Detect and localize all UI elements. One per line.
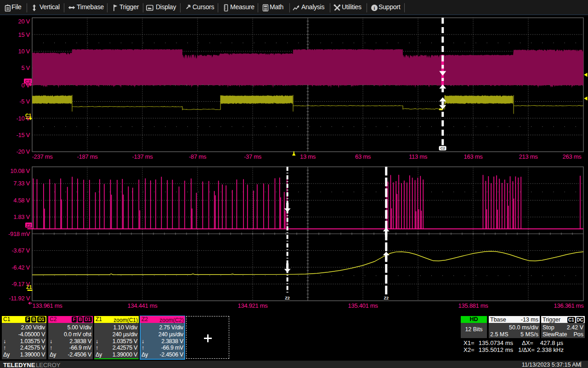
svg-text:163 ms: 163 ms bbox=[464, 153, 483, 160]
svg-text:135.881 ms: 135.881 ms bbox=[458, 302, 489, 309]
svg-text:263 ms: 263 ms bbox=[563, 153, 582, 160]
svg-text:133.961 ms: 133.961 ms bbox=[33, 302, 63, 309]
svg-text:i: i bbox=[374, 6, 375, 11]
svg-text:13 ms: 13 ms bbox=[300, 153, 316, 160]
svg-text:15 V: 15 V bbox=[18, 31, 30, 38]
svg-text:-10 V: -10 V bbox=[16, 115, 30, 122]
svg-text:-918 mV: -918 mV bbox=[8, 230, 30, 237]
svg-text:213 ms: 213 ms bbox=[519, 153, 538, 160]
svg-text:5 V: 5 V bbox=[21, 64, 30, 71]
svg-text:0 V: 0 V bbox=[21, 82, 30, 89]
svg-text:134.441 ms: 134.441 ms bbox=[128, 302, 158, 309]
svg-text:113 ms: 113 ms bbox=[409, 153, 428, 160]
svg-text:-6.42 V: -6.42 V bbox=[11, 264, 30, 271]
svg-text:Z2: Z2 bbox=[285, 296, 290, 300]
svg-text:10 V: 10 V bbox=[18, 48, 30, 55]
svg-text:135.401 ms: 135.401 ms bbox=[348, 302, 379, 309]
svg-text:-87 ms: -87 ms bbox=[189, 153, 207, 160]
svg-text:-187 ms: -187 ms bbox=[77, 153, 98, 160]
svg-text:-137 ms: -137 ms bbox=[132, 153, 153, 160]
svg-text:-15 V: -15 V bbox=[16, 132, 30, 138]
svg-text:10.08 V: 10.08 V bbox=[10, 167, 30, 174]
svg-text:63 ms: 63 ms bbox=[355, 153, 371, 160]
svg-text:Z2: Z2 bbox=[384, 296, 389, 300]
svg-text:-3.67 V: -3.67 V bbox=[11, 247, 30, 254]
svg-text:-37 ms: -37 ms bbox=[244, 153, 262, 160]
svg-text:134.921 ms: 134.921 ms bbox=[238, 302, 268, 309]
svg-text:-11.92 V: -11.92 V bbox=[9, 295, 30, 302]
svg-text:136.361 ms: 136.361 ms bbox=[554, 302, 584, 309]
svg-text:-5 V: -5 V bbox=[19, 98, 30, 105]
svg-text:4.58 V: 4.58 V bbox=[13, 197, 30, 204]
svg-text:-9.17 V: -9.17 V bbox=[11, 281, 30, 288]
svg-text:1.83 V: 1.83 V bbox=[13, 213, 30, 220]
svg-text:Z2: Z2 bbox=[26, 223, 31, 228]
svg-text:-237 ms: -237 ms bbox=[32, 153, 53, 160]
svg-text:-20 V: -20 V bbox=[16, 148, 30, 155]
svg-text:C2: C2 bbox=[440, 146, 445, 150]
svg-text:20 V: 20 V bbox=[18, 18, 30, 25]
svg-text:7.33 V: 7.33 V bbox=[13, 180, 30, 187]
